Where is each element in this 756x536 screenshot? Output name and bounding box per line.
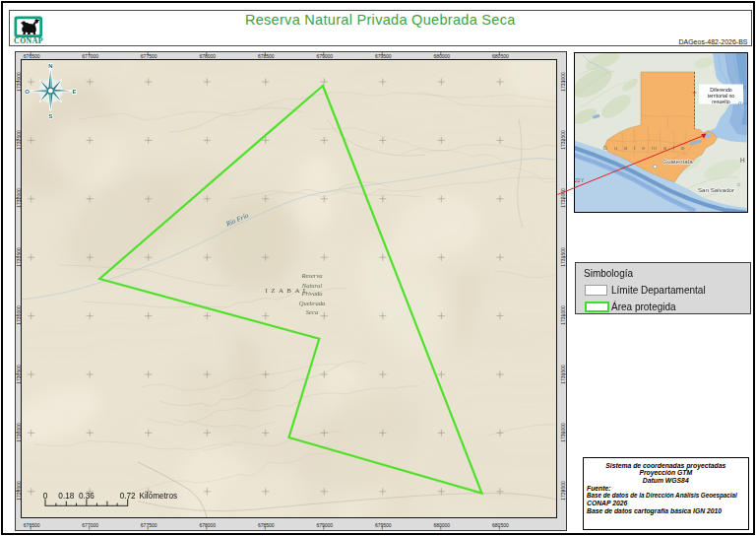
svg-text:0: 0 (42, 491, 47, 500)
svg-text:Quebrada: Quebrada (298, 300, 325, 306)
svg-text:E: E (72, 88, 76, 94)
svg-text:Kilómetros: Kilómetros (139, 491, 177, 500)
svg-text:Reserva: Reserva (300, 271, 323, 278)
svg-text:S: S (48, 112, 52, 118)
svg-text:0.36: 0.36 (78, 491, 94, 500)
svg-text:G u a t e m a l a: G u a t e m a l a (603, 144, 687, 151)
svg-text:O: O (25, 88, 30, 94)
svg-text:G: G (743, 85, 747, 90)
svg-text:H o: H o (740, 157, 747, 164)
svg-text:CONAP: CONAP (14, 36, 43, 45)
svg-text:San Salvador: San Salvador (698, 186, 734, 193)
svg-text:0.18: 0.18 (58, 491, 74, 500)
svg-text:Guatemala: Guatemala (662, 158, 693, 165)
svg-text:0.72: 0.72 (119, 491, 135, 500)
svg-text:Hon: Hon (737, 100, 747, 105)
svg-text:Privada: Privada (300, 290, 323, 297)
svg-text:resuelto: resuelto (712, 99, 730, 104)
svg-text:Seca: Seca (305, 308, 318, 315)
svg-text:Natural: Natural (300, 281, 322, 288)
svg-text:N: N (48, 63, 52, 69)
